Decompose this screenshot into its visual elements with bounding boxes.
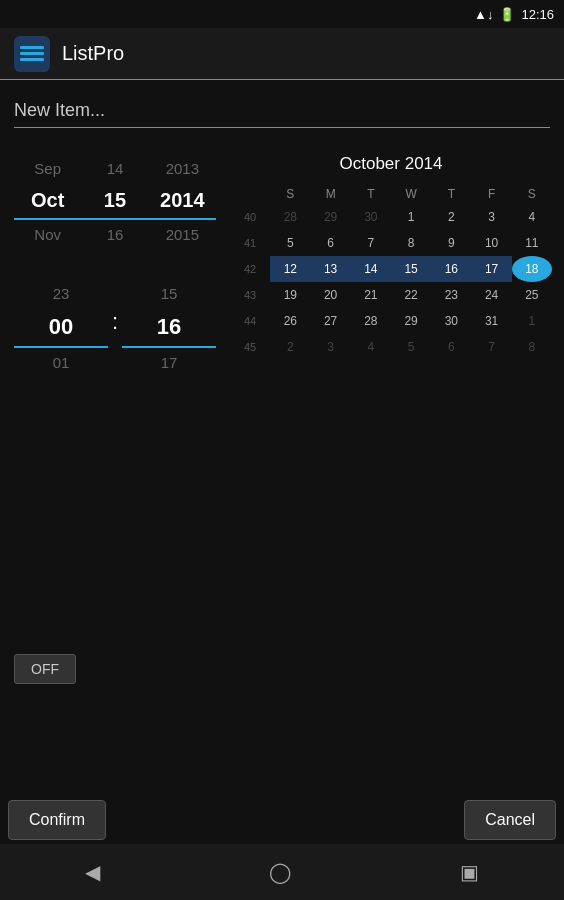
picker-section: Sep Oct Nov 14 15 16 2013 2014 2015 23 0… (0, 144, 230, 644)
calendar-day[interactable]: 12 (270, 256, 310, 282)
year-next: 2015 (166, 220, 199, 249)
calendar-header: October 2014 (230, 154, 552, 174)
calendar-day[interactable]: 8 (512, 334, 552, 360)
month-picker-col[interactable]: Sep Oct Nov (14, 154, 81, 249)
calendar-day[interactable]: 20 (311, 282, 351, 308)
calendar-day[interactable]: 29 (391, 308, 431, 334)
calendar-row: 442627282930311 (230, 308, 552, 334)
calendar-day[interactable]: 21 (351, 282, 391, 308)
week-number: 43 (230, 282, 270, 308)
calendar-day[interactable]: 31 (472, 308, 512, 334)
day-header-thu: T (431, 184, 471, 204)
calendar-day[interactable]: 5 (270, 230, 310, 256)
calendar-day[interactable]: 14 (351, 256, 391, 282)
new-item-input[interactable] (14, 96, 550, 128)
confirm-button[interactable]: Confirm (8, 800, 106, 840)
day-header-sat: S (512, 184, 552, 204)
status-time: 12:16 (521, 7, 554, 22)
calendar-day[interactable]: 18 (512, 256, 552, 282)
calendar-day[interactable]: 7 (351, 230, 391, 256)
calendar-day[interactable]: 1 (512, 308, 552, 334)
calendar-day[interactable]: 17 (472, 256, 512, 282)
calendar-day[interactable]: 23 (431, 282, 471, 308)
day-header-sun: S (270, 184, 310, 204)
day-curr: 15 (81, 183, 148, 220)
year-prev: 2013 (166, 154, 199, 183)
week-number: 44 (230, 308, 270, 334)
month-next: Nov (34, 220, 61, 249)
day-header-fri: F (472, 184, 512, 204)
calendar-day[interactable]: 3 (311, 334, 351, 360)
calendar-day[interactable]: 29 (311, 204, 351, 230)
week-number: 40 (230, 204, 270, 230)
calendar-row: 452345678 (230, 334, 552, 360)
month-prev: Sep (34, 154, 61, 183)
time-picker: 23 00 01 : 15 16 17 (14, 279, 216, 377)
week-number: 45 (230, 334, 270, 360)
calendar-section: October 2014 S M T W T F S 4028293012344… (230, 144, 564, 644)
calendar-row: 41567891011 (230, 230, 552, 256)
calendar-day[interactable]: 6 (311, 230, 351, 256)
back-icon[interactable]: ◀ (85, 860, 100, 884)
hour-next: 01 (53, 348, 70, 377)
minute-picker-col[interactable]: 15 16 17 (122, 279, 216, 377)
calendar-day[interactable]: 24 (472, 282, 512, 308)
minute-prev: 15 (161, 279, 178, 308)
off-section: OFF (0, 654, 564, 684)
app-title: ListPro (62, 42, 124, 65)
hour-prev: 23 (53, 279, 70, 308)
app-icon (14, 36, 50, 72)
status-bar: ▲↓ 🔋 12:16 (0, 0, 564, 28)
calendar-day[interactable]: 4 (512, 204, 552, 230)
recents-icon[interactable]: ▣ (460, 860, 479, 884)
off-button[interactable]: OFF (14, 654, 76, 684)
calendar-day-headers: S M T W T F S (230, 184, 552, 204)
calendar-day[interactable]: 10 (472, 230, 512, 256)
calendar-day[interactable]: 28 (270, 204, 310, 230)
calendar-row: 402829301234 (230, 204, 552, 230)
calendar-day[interactable]: 3 (472, 204, 512, 230)
calendar-day[interactable]: 13 (311, 256, 351, 282)
calendar-day[interactable]: 6 (431, 334, 471, 360)
calendar-day[interactable]: 30 (431, 308, 471, 334)
home-icon[interactable]: ◯ (269, 860, 291, 884)
calendar-table: S M T W T F S 40282930123441567891011421… (230, 184, 552, 360)
minute-next: 17 (161, 348, 178, 377)
month-curr: Oct (14, 183, 81, 220)
calendar-day[interactable]: 2 (270, 334, 310, 360)
new-item-section (0, 80, 564, 134)
calendar-day[interactable]: 25 (512, 282, 552, 308)
cancel-button[interactable]: Cancel (464, 800, 556, 840)
calendar-day[interactable]: 27 (311, 308, 351, 334)
calendar-day[interactable]: 26 (270, 308, 310, 334)
day-header-wed: W (391, 184, 431, 204)
nav-bar: ◀ ◯ ▣ (0, 844, 564, 900)
minute-curr: 16 (122, 308, 216, 348)
bottom-buttons: Confirm Cancel (0, 800, 564, 840)
hour-picker-col[interactable]: 23 00 01 (14, 279, 108, 377)
title-bar: ListPro (0, 28, 564, 80)
day-header-tue: T (351, 184, 391, 204)
day-next: 16 (107, 220, 124, 249)
calendar-day[interactable]: 28 (351, 308, 391, 334)
date-picker: Sep Oct Nov 14 15 16 2013 2014 2015 (14, 154, 216, 249)
calendar-day[interactable]: 15 (391, 256, 431, 282)
day-prev: 14 (107, 154, 124, 183)
year-curr: 2014 (149, 183, 216, 220)
calendar-day[interactable]: 2 (431, 204, 471, 230)
calendar-day[interactable]: 8 (391, 230, 431, 256)
calendar-day[interactable]: 4 (351, 334, 391, 360)
calendar-day[interactable]: 19 (270, 282, 310, 308)
calendar-row: 4319202122232425 (230, 282, 552, 308)
calendar-day[interactable]: 5 (391, 334, 431, 360)
calendar-day[interactable]: 16 (431, 256, 471, 282)
calendar-day[interactable]: 9 (431, 230, 471, 256)
calendar-row: 4212131415161718 (230, 256, 552, 282)
calendar-day[interactable]: 30 (351, 204, 391, 230)
calendar-day[interactable]: 1 (391, 204, 431, 230)
calendar-day[interactable]: 11 (512, 230, 552, 256)
calendar-day[interactable]: 22 (391, 282, 431, 308)
year-picker-col[interactable]: 2013 2014 2015 (149, 154, 216, 249)
calendar-day[interactable]: 7 (472, 334, 512, 360)
day-picker-col[interactable]: 14 15 16 (81, 154, 148, 249)
